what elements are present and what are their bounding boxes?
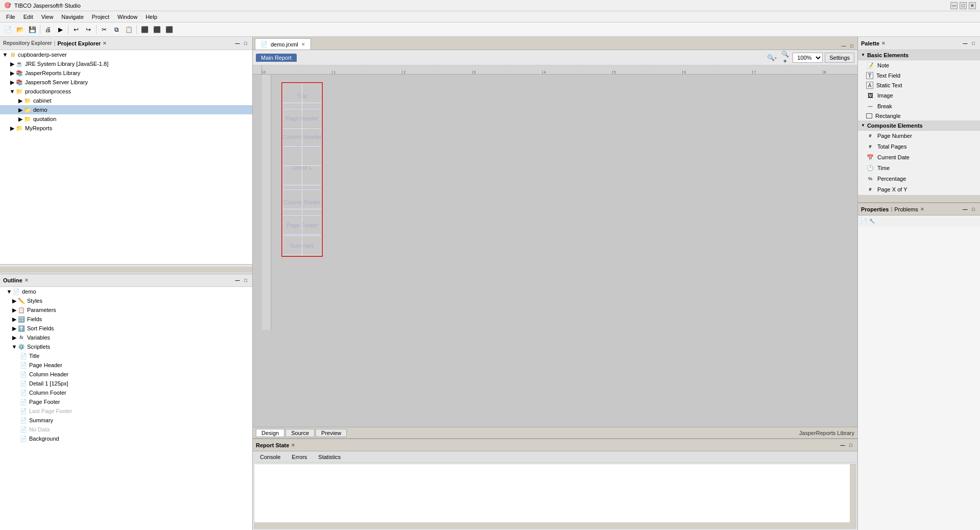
- outline-sortfields[interactable]: ▶ ⬆️ Sort Fields: [0, 324, 252, 333]
- toolbar-print[interactable]: 🖨: [42, 24, 54, 35]
- report-state-minimize-icon[interactable]: —: [839, 442, 846, 449]
- palette-maximize-icon[interactable]: □: [970, 40, 977, 47]
- maximize-button[interactable]: □: [960, 2, 967, 9]
- editor-tab-close[interactable]: ✕: [301, 42, 305, 47]
- editor-maximize-icon[interactable]: □: [848, 42, 855, 50]
- left-hscroll[interactable]: [0, 264, 252, 274]
- toolbar-align-left[interactable]: ⬛: [139, 24, 150, 35]
- palette-item-break[interactable]: — Break: [858, 101, 980, 112]
- outline-minimize-icon[interactable]: —: [234, 277, 241, 284]
- tree-jre[interactable]: ▶ ☕ JRE System Library [JavaSE-1.8]: [0, 59, 252, 68]
- zoom-select[interactable]: 100%: [793, 53, 823, 63]
- properties-close-icon[interactable]: ✕: [920, 207, 924, 212]
- properties-tool1[interactable]: 📄: [860, 218, 867, 225]
- report-state-vscroll[interactable]: [850, 464, 856, 528]
- palette-composite-elements-header[interactable]: ▼ Composite Elements: [858, 121, 980, 131]
- palette-minimize-icon[interactable]: —: [962, 40, 969, 47]
- canvas-scroll[interactable]: Title Page Header: [253, 65, 857, 427]
- palette-item-note[interactable]: 📝 Note: [858, 60, 980, 71]
- main-report-tab[interactable]: Main Report: [256, 54, 297, 62]
- palette-vscroll[interactable]: [858, 195, 980, 202]
- toolbar-run[interactable]: ▶: [55, 24, 66, 35]
- close-button[interactable]: ✕: [969, 2, 976, 9]
- panel-maximize-icon[interactable]: □: [242, 40, 249, 47]
- zoom-in-button[interactable]: 🔍+: [779, 52, 791, 63]
- report-state-tab-errors[interactable]: Errors: [286, 453, 312, 461]
- menu-view[interactable]: View: [37, 13, 58, 21]
- toolbar-new[interactable]: 📄: [2, 24, 13, 35]
- toolbar-align-center[interactable]: ⬛: [151, 24, 162, 35]
- bottom-tab-preview[interactable]: Preview: [316, 429, 347, 437]
- report-state-tab-statistics[interactable]: Statistics: [313, 453, 346, 461]
- palette-item-page-x-of-y[interactable]: # Page X of Y: [858, 184, 980, 195]
- palette-basic-elements-header[interactable]: ▼ Basic Elements: [858, 50, 980, 60]
- outline-nodata[interactable]: 📄 No Data: [0, 425, 252, 434]
- outline-detail1[interactable]: 📄 Detail 1 [125px]: [0, 379, 252, 388]
- report-state-hscroll[interactable]: [254, 522, 850, 528]
- properties-minimize-icon[interactable]: —: [962, 206, 969, 213]
- outline-title[interactable]: 📄 Title: [0, 351, 252, 360]
- menu-navigate[interactable]: Navigate: [57, 13, 87, 21]
- outline-close-icon[interactable]: ✕: [25, 278, 29, 283]
- tree-productionprocess[interactable]: ▼ 📁 productionprocess: [0, 87, 252, 96]
- outline-maximize-icon[interactable]: □: [242, 277, 249, 284]
- problems-tab[interactable]: Problems: [894, 206, 918, 212]
- toolbar-align-right[interactable]: ⬛: [163, 24, 175, 35]
- outline-variables[interactable]: ▶ fx Variables: [0, 333, 252, 342]
- properties-maximize-icon[interactable]: □: [970, 206, 977, 213]
- palette-item-statictext[interactable]: A Static Text: [858, 81, 980, 90]
- palette-item-page-number[interactable]: # Page Number: [858, 131, 980, 141]
- report-state-tab-console[interactable]: Console: [255, 453, 285, 461]
- report-state-maximize-icon[interactable]: □: [847, 442, 854, 449]
- tree-root[interactable]: ▼ 🖥 cupboarderp-server: [0, 50, 252, 59]
- minimize-button[interactable]: —: [950, 2, 958, 9]
- tree-jr-lib[interactable]: ▶ 📚 JasperReports Library: [0, 68, 252, 78]
- panel-minimize-icon[interactable]: —: [234, 40, 241, 47]
- outline-fields[interactable]: ▶ 🔡 Fields: [0, 315, 252, 324]
- menu-window[interactable]: Window: [113, 13, 141, 21]
- editor-minimize-icon[interactable]: —: [840, 42, 847, 50]
- zoom-out-button[interactable]: 🔍-: [766, 52, 777, 63]
- outline-summary[interactable]: 📄 Summary: [0, 416, 252, 425]
- outline-styles[interactable]: ▶ ✏️ Styles: [0, 296, 252, 305]
- hscroll-bar[interactable]: [0, 267, 252, 273]
- canvas-area[interactable]: 0 1 2 3 4 5 6: [253, 65, 857, 427]
- outline-col-footer[interactable]: 📄 Column Footer: [0, 388, 252, 397]
- palette-item-percentage[interactable]: % Percentage: [858, 174, 980, 184]
- palette-item-rectangle[interactable]: Rectangle: [858, 112, 980, 121]
- tree-demo[interactable]: ▶ 📁 demo: [0, 105, 252, 114]
- proj-tab-close-icon[interactable]: ✕: [103, 41, 107, 46]
- outline-background[interactable]: 📄 Background: [0, 434, 252, 443]
- bottom-tab-source[interactable]: Source: [285, 429, 315, 437]
- toolbar-undo[interactable]: ↩: [70, 24, 82, 35]
- toolbar-open[interactable]: 📂: [14, 24, 26, 35]
- tree-js-lib[interactable]: ▶ 📚 Jaspersoft Server Library: [0, 78, 252, 87]
- palette-item-time[interactable]: 🕐 Time: [858, 163, 980, 174]
- outline-root[interactable]: ▼ 📄 demo: [0, 287, 252, 296]
- settings-button[interactable]: Settings: [825, 53, 854, 63]
- outline-page-header[interactable]: 📄 Page Header: [0, 360, 252, 370]
- toolbar-copy[interactable]: ⧉: [111, 24, 122, 35]
- toolbar-save[interactable]: 💾: [27, 24, 38, 35]
- editor-tab-demo[interactable]: 📄 demo.jrxml ✕: [255, 38, 311, 50]
- palette-close-icon[interactable]: ✕: [881, 41, 886, 46]
- tree-quotation[interactable]: ▶ 📁 quotation: [0, 114, 252, 124]
- palette-item-total-pages[interactable]: # Total Pages: [858, 141, 980, 152]
- palette-item-image[interactable]: 🖼 Image: [858, 90, 980, 101]
- outline-col-header[interactable]: 📄 Column Header: [0, 370, 252, 379]
- properties-tool2[interactable]: 🔧: [868, 218, 875, 225]
- menu-edit[interactable]: Edit: [19, 13, 37, 21]
- tree-cabinet[interactable]: ▶ 📁 cabinet: [0, 96, 252, 105]
- toolbar-paste[interactable]: 📋: [123, 24, 134, 35]
- menu-project[interactable]: Project: [88, 13, 113, 21]
- toolbar-cut[interactable]: ✂: [99, 24, 110, 35]
- bottom-tab-design[interactable]: Design: [256, 429, 284, 437]
- outline-parameters[interactable]: ▶ 📋 Parameters: [0, 305, 252, 315]
- outline-page-footer[interactable]: 📄 Page Footer: [0, 397, 252, 406]
- palette-item-textfield[interactable]: T Text Field: [858, 71, 980, 81]
- tree-myreports[interactable]: ▶ 📁 MyReports: [0, 124, 252, 133]
- palette-item-current-date[interactable]: 📅 Current Date: [858, 152, 980, 163]
- menu-file[interactable]: File: [2, 13, 19, 21]
- report-state-close-icon[interactable]: ✕: [291, 443, 295, 448]
- outline-last-page-footer[interactable]: 📄 Last Page Footer: [0, 406, 252, 416]
